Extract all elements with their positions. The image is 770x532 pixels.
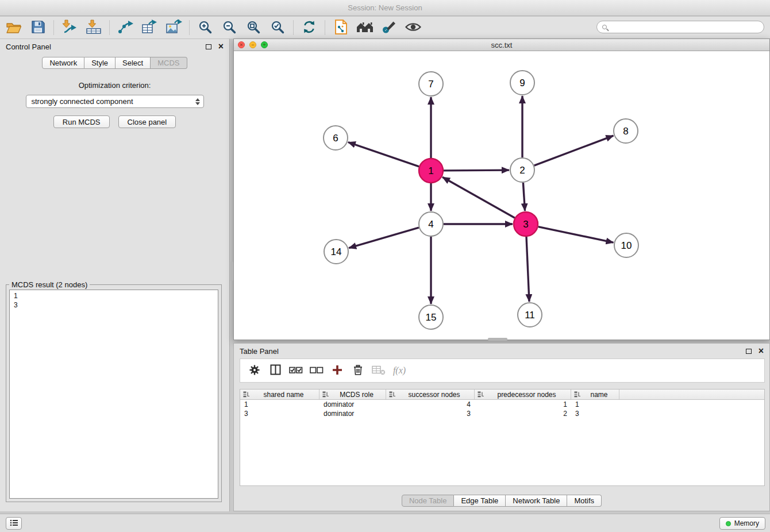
import-table-icon xyxy=(85,19,102,37)
refresh-button[interactable] xyxy=(297,18,321,37)
table-row[interactable]: 1dominator411 xyxy=(240,400,764,409)
zoom-selected-button[interactable] xyxy=(265,18,290,37)
export-network-button[interactable] xyxy=(113,18,137,37)
export-table-button[interactable] xyxy=(137,18,161,37)
tab-node-table[interactable]: Node Table xyxy=(402,495,455,507)
import-table-button[interactable] xyxy=(82,18,106,37)
show-hide-button[interactable] xyxy=(401,18,425,37)
vertical-splitter-handle[interactable] xyxy=(230,261,233,281)
float-table-panel-icon[interactable] xyxy=(746,349,752,354)
column-header-shared-name[interactable]: shared name xyxy=(240,390,319,399)
column-header-MCDS-role[interactable]: MCDS role xyxy=(319,390,386,399)
style-brush-button[interactable] xyxy=(377,18,401,37)
tab-motifs[interactable]: Motifs xyxy=(567,495,602,507)
graph-edge-1-6[interactable] xyxy=(348,142,419,167)
table-cell[interactable]: 1 xyxy=(240,400,319,408)
graph-node-1[interactable]: 1 xyxy=(419,159,443,183)
close-table-panel-icon[interactable]: × xyxy=(759,348,764,354)
zoom-out-button[interactable] xyxy=(217,18,241,37)
zoom-window-icon[interactable]: + xyxy=(261,41,268,48)
open-session-button[interactable] xyxy=(2,18,26,37)
table-cell[interactable]: dominator xyxy=(319,410,386,418)
run-mcds-button[interactable]: Run MCDS xyxy=(53,115,110,128)
save-session-button[interactable] xyxy=(26,18,50,37)
table-cell[interactable]: dominator xyxy=(319,400,386,408)
network-canvas[interactable]: 7968124314101511 xyxy=(234,52,769,340)
table-cell[interactable]: 3 xyxy=(571,410,619,418)
table-cell[interactable]: 1 xyxy=(475,400,571,408)
graph-edge-3-11[interactable] xyxy=(526,237,529,302)
export-image-button[interactable] xyxy=(161,18,186,37)
graph-node-11[interactable]: 11 xyxy=(518,303,542,327)
graph-node-7[interactable]: 7 xyxy=(419,72,443,96)
refresh-icon xyxy=(302,20,317,36)
graph-node-label: 14 xyxy=(331,246,342,257)
table-cell[interactable]: 3 xyxy=(386,410,475,418)
graph-node-14[interactable]: 14 xyxy=(324,240,348,264)
tab-edge-table[interactable]: Edge Table xyxy=(454,495,506,507)
table-cell[interactable]: 2 xyxy=(475,410,571,418)
close-panel-button[interactable]: Close panel xyxy=(118,115,176,128)
graph-node-9[interactable]: 9 xyxy=(510,71,534,95)
gear-icon xyxy=(249,364,260,377)
zoom-fit-button[interactable] xyxy=(241,18,265,37)
table-cell[interactable]: 3 xyxy=(240,410,319,418)
graph-edge-2-8[interactable] xyxy=(534,136,614,165)
graph-edge-1-2[interactable] xyxy=(444,170,509,171)
graph-node-label: 8 xyxy=(623,126,628,137)
fx-button[interactable]: f(x) xyxy=(391,362,408,379)
delete-table-button[interactable] xyxy=(370,362,387,379)
columns-icon xyxy=(270,364,281,377)
graph-edge-4-14[interactable] xyxy=(349,228,419,248)
graph-node-10[interactable]: 10 xyxy=(614,233,638,257)
column-header-successor-nodes[interactable]: successor nodes xyxy=(386,390,475,399)
attribute-type-icon xyxy=(478,391,484,398)
horizontal-splitter-handle[interactable] xyxy=(488,338,507,341)
search-input[interactable] xyxy=(607,22,764,32)
graph-node-3[interactable]: 3 xyxy=(514,212,538,236)
tab-style[interactable]: Style xyxy=(84,57,116,69)
clear-selection-icon xyxy=(310,365,324,377)
import-network-button[interactable] xyxy=(57,18,82,37)
network-document-button[interactable] xyxy=(329,18,353,37)
birdseye-view-button[interactable] xyxy=(353,18,377,37)
export-table-icon xyxy=(141,19,158,37)
column-header-predecessor-nodes[interactable]: predecessor nodes xyxy=(475,390,571,399)
memory-button[interactable]: Memory xyxy=(719,517,765,530)
minimize-window-icon[interactable]: − xyxy=(249,41,256,48)
table-row[interactable]: 3dominator323 xyxy=(240,409,764,418)
criterion-dropdown[interactable]: strongly connected component xyxy=(26,95,204,108)
search-field[interactable] xyxy=(596,21,764,33)
table-panel-header: Table Panel × xyxy=(234,344,769,358)
tab-network[interactable]: Network xyxy=(42,57,84,69)
graph-node-4[interactable]: 4 xyxy=(419,212,443,236)
delete-row-button[interactable] xyxy=(349,362,367,379)
close-window-icon[interactable]: × xyxy=(238,41,245,48)
select-all-button[interactable] xyxy=(287,362,305,379)
network-window-titlebar[interactable]: scc.txt × − + xyxy=(234,39,769,51)
graph-node-label: 2 xyxy=(519,165,525,176)
tab-select[interactable]: Select xyxy=(116,57,151,69)
zoom-fit-icon xyxy=(246,20,261,36)
graph-edge-2-3[interactable] xyxy=(523,183,525,211)
graph-node-15[interactable]: 15 xyxy=(419,305,443,329)
tab-mcds[interactable]: MCDS xyxy=(151,57,187,69)
columns-button[interactable] xyxy=(267,362,284,379)
column-header-name[interactable]: name xyxy=(571,390,619,399)
graph-node-6[interactable]: 6 xyxy=(324,126,348,150)
zoom-in-button[interactable] xyxy=(193,18,217,37)
zoom-out-icon xyxy=(222,20,237,36)
graph-node-8[interactable]: 8 xyxy=(614,119,638,143)
add-row-button[interactable] xyxy=(329,362,346,379)
table-cell[interactable]: 1 xyxy=(571,400,619,408)
close-panel-icon[interactable]: × xyxy=(218,43,224,50)
task-history-button[interactable] xyxy=(6,517,22,530)
table-cell[interactable]: 4 xyxy=(386,400,475,408)
float-window-icon[interactable] xyxy=(206,44,211,49)
graph-node-2[interactable]: 2 xyxy=(510,158,534,182)
clear-selection-button[interactable] xyxy=(308,362,325,379)
tab-network-table[interactable]: Network Table xyxy=(506,495,567,507)
graph-edge-3-10[interactable] xyxy=(538,227,614,243)
graph-edge-3-1[interactable] xyxy=(442,177,515,218)
gear-button[interactable] xyxy=(246,362,263,379)
